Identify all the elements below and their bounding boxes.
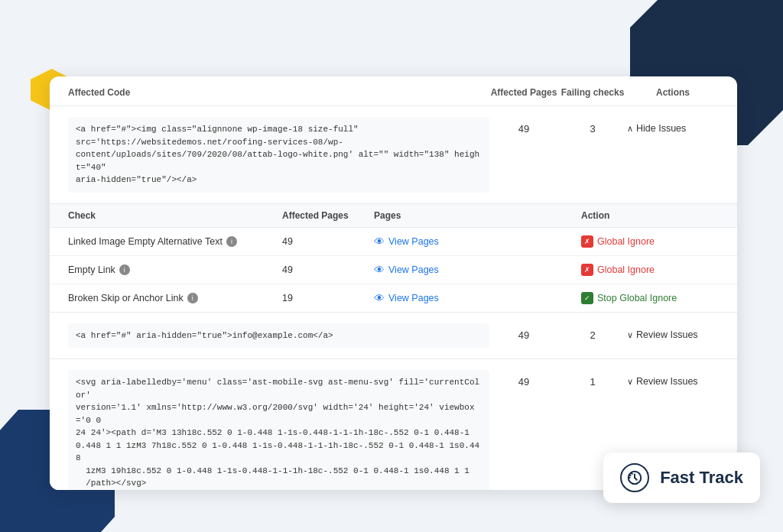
ignore-label-1: Global Ignore: [597, 236, 655, 247]
review-issues-link-1[interactable]: Review Issues: [627, 329, 698, 340]
sub-row-2: Empty Link i 49 👁 View Pages ✗ Global Ig…: [50, 256, 737, 284]
view-pages-link-3[interactable]: 👁 View Pages: [374, 292, 581, 304]
review-issues-label-2: Review Issues: [636, 376, 698, 387]
check-name-2: Empty Link i: [68, 264, 282, 275]
chevron-up-icon: [627, 123, 633, 134]
view-pages-link-1[interactable]: 👁 View Pages: [374, 235, 581, 248]
check-name-3: Broken Skip or Anchor Link i: [68, 293, 282, 303]
affected-pages-2: 49: [489, 323, 558, 341]
ignore-icon-2: ✗: [581, 264, 593, 276]
sub-row-1: Linked Image Empty Alternative Text i 49…: [50, 228, 737, 256]
ignore-label-2: Global Ignore: [597, 264, 655, 275]
col-affected-code: Affected Code: [68, 87, 489, 98]
col-actions: Actions: [627, 87, 719, 98]
chevron-down-icon-1: [627, 329, 633, 340]
global-ignore-btn-1[interactable]: ✗ Global Ignore: [581, 235, 719, 248]
sub-table-header: Check Affected Pages Pages Action: [50, 204, 737, 228]
sub-row-3: Broken Skip or Anchor Link i 19 👁 View P…: [50, 284, 737, 312]
code-block-3: <svg aria-labelledby='menu' class='ast-m…: [68, 370, 489, 490]
sub-table-1: Check Affected Pages Pages Action Linked…: [50, 204, 737, 312]
main-card: Affected Code Affected Pages Failing che…: [50, 76, 737, 490]
check-label-1: Linked Image Empty Alternative Text: [68, 236, 223, 247]
sub-affected-pages-2: 49: [282, 264, 374, 275]
chevron-down-icon-2: [627, 376, 633, 387]
failing-checks-1: 3: [558, 117, 627, 135]
hide-issues-label: Hide Issues: [636, 123, 686, 134]
code-block-1: <a href="#"><img class="alignnone wp-ima…: [68, 117, 489, 193]
stop-ignore-btn[interactable]: ✓ Stop Global Ignore: [581, 292, 719, 304]
review-issues-link-2[interactable]: Review Issues: [627, 376, 698, 387]
hide-issues-link[interactable]: Hide Issues: [627, 123, 686, 134]
fast-track-icon: [620, 463, 649, 492]
col-affected-pages: Affected Pages: [489, 87, 558, 98]
info-icon-2[interactable]: i: [119, 264, 130, 275]
eye-icon-1: 👁: [374, 235, 385, 248]
view-pages-label-1: View Pages: [388, 236, 439, 247]
view-pages-label-3: View Pages: [388, 293, 439, 303]
action-cell-3: Review Issues: [627, 370, 719, 387]
view-pages-label-2: View Pages: [388, 264, 439, 275]
check-label-3: Broken Skip or Anchor Link: [68, 293, 184, 303]
failing-checks-2: 2: [558, 323, 627, 341]
svg-line-3: [629, 475, 631, 475]
stop-ignore-label: Stop Global Ignore: [597, 293, 677, 303]
card-content: Affected Code Affected Pages Failing che…: [50, 76, 737, 490]
code-block-2: <a href="#" aria-hidden="true">info@exam…: [68, 323, 489, 349]
review-issues-label-1: Review Issues: [636, 329, 698, 340]
code-row-1: <a href="#"><img class="alignnone wp-ima…: [50, 106, 737, 204]
global-ignore-btn-2[interactable]: ✗ Global Ignore: [581, 264, 719, 276]
info-icon-1[interactable]: i: [226, 236, 237, 247]
eye-icon-3: 👁: [374, 292, 385, 304]
action-cell-2: Review Issues: [627, 323, 719, 340]
fast-track-card[interactable]: Fast Track: [603, 453, 760, 503]
affected-pages-1: 49: [489, 117, 558, 135]
code-row-2: <a href="#" aria-hidden="true">info@exam…: [50, 312, 737, 360]
svg-line-2: [632, 473, 632, 474]
view-pages-link-2[interactable]: 👁 View Pages: [374, 264, 581, 276]
col-failing-checks: Failing checks: [558, 87, 627, 98]
failing-checks-3: 1: [558, 370, 627, 388]
check-label-2: Empty Link: [68, 264, 115, 275]
action-cell-1: Hide Issues: [627, 117, 719, 134]
table-header: Affected Code Affected Pages Failing che…: [50, 76, 737, 106]
sub-col-check: Check: [68, 210, 282, 221]
info-icon-3[interactable]: i: [187, 293, 198, 303]
sub-col-action: Action: [581, 210, 719, 221]
eye-icon-2: 👁: [374, 264, 385, 276]
stop-ignore-icon: ✓: [581, 292, 593, 304]
check-name-1: Linked Image Empty Alternative Text i: [68, 236, 282, 247]
ignore-icon-1: ✗: [581, 235, 593, 248]
sub-col-affected-pages: Affected Pages: [282, 210, 374, 221]
sub-affected-pages-1: 49: [282, 236, 374, 247]
fast-track-label: Fast Track: [660, 468, 743, 488]
sub-col-pages: Pages: [374, 210, 581, 221]
sub-affected-pages-3: 19: [282, 293, 374, 303]
affected-pages-3: 49: [489, 370, 558, 388]
